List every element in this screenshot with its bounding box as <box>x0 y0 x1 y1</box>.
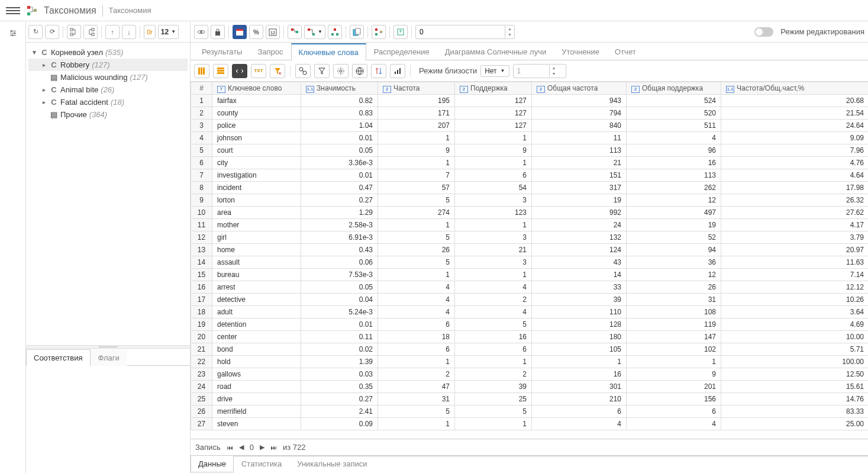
calendar-12-button[interactable]: 12 <box>266 25 280 39</box>
table-row[interactable]: 21bond0.02661051025.71 <box>191 343 869 356</box>
prox-spin-up[interactable]: ▲ <box>550 65 559 71</box>
font-size-select[interactable]: 12▼ <box>158 25 179 39</box>
lock-button[interactable] <box>211 25 225 39</box>
table-row[interactable]: 10area1.2927412399249727.62 <box>191 207 869 219</box>
nav-first-button[interactable]: ⏮ <box>227 444 233 451</box>
proximity-select[interactable]: Нет▼ <box>480 65 509 77</box>
sliders-icon[interactable] <box>6 26 20 40</box>
expand-h-button[interactable] <box>232 64 247 78</box>
table-row[interactable]: 8incident0.47575431726217.98 <box>191 182 869 194</box>
sidebar-bottom-tab[interactable]: Флаги <box>91 349 127 366</box>
chevron-right-icon[interactable]: ▸ <box>40 86 47 93</box>
nav-prev-button[interactable]: ◀ <box>239 443 244 451</box>
copy-button[interactable] <box>350 25 364 39</box>
refresh-button[interactable]: ↻ <box>28 25 43 39</box>
txt-button[interactable]: TXT <box>251 64 266 78</box>
tree-root[interactable]: ▼ C Корневой узел (535) <box>28 46 188 59</box>
calendar-1-button[interactable] <box>233 25 247 39</box>
spin-up[interactable]: ▲ <box>505 26 514 32</box>
number-input[interactable]: ▲▼ <box>415 25 515 39</box>
rows-button[interactable] <box>213 64 228 78</box>
table-row[interactable]: 23gallows0.032216912.50 <box>191 368 869 381</box>
tree-node[interactable]: ▸CFatal accident (18) <box>28 96 188 108</box>
edit-mode-toggle[interactable] <box>754 27 773 37</box>
main-tab[interactable]: Диаграмма Солнечные лучи <box>437 43 554 60</box>
chevron-right-icon[interactable]: ▸ <box>40 99 47 105</box>
column-header[interactable]: 1.1Значимость <box>301 82 378 95</box>
column-header[interactable]: # <box>191 82 212 95</box>
main-tab[interactable]: Отчет <box>607 43 644 60</box>
main-tab[interactable]: Запрос <box>250 43 291 60</box>
main-tab[interactable]: Распределение <box>366 43 437 60</box>
table-row[interactable]: 3police1.0420712784051124.64 <box>191 120 869 132</box>
hierarchy-4-button[interactable] <box>372 25 386 39</box>
table-row[interactable]: 18adult5.24e-3441101083.64 <box>191 306 869 318</box>
tree-expand-button[interactable] <box>67 25 81 39</box>
number-input-field[interactable] <box>416 28 505 36</box>
bottom-tab[interactable]: Данные <box>191 456 234 472</box>
refresh-alt-button[interactable]: ⟳ <box>45 25 59 39</box>
table-row[interactable]: 16arrest0.0544332612.12 <box>191 281 869 294</box>
column-header[interactable]: 1.1Частота/Общ.част,% <box>721 82 869 95</box>
proximity-spinner[interactable]: ▲▼ <box>513 64 566 78</box>
tree-node[interactable]: ▸CAnimal bite (26) <box>28 83 188 96</box>
filter-button[interactable] <box>314 64 330 78</box>
table-row[interactable]: 5court0.0599113967.96 <box>191 144 869 157</box>
percent-button[interactable]: % <box>249 25 263 39</box>
table-row[interactable]: 4johnson0.01111149.09 <box>191 132 869 144</box>
table-row[interactable]: 25drive0.27312521015614.76 <box>191 393 869 406</box>
table-row[interactable]: 17detective0.0442393110.26 <box>191 294 869 306</box>
table-row[interactable]: 9lorton0.2753191226.32 <box>191 194 869 207</box>
columns-button[interactable] <box>194 64 209 78</box>
main-tab[interactable]: Результаты <box>194 43 250 60</box>
table-row[interactable]: 6city3.36e-31121164.76 <box>191 157 869 169</box>
table-row[interactable]: 2county0.8317112779452021.54 <box>191 107 869 120</box>
column-header[interactable]: 2Поддержка <box>455 82 532 95</box>
clear-filter-button[interactable] <box>270 64 285 78</box>
bottom-tab[interactable]: Статистика <box>234 456 289 472</box>
table-row[interactable]: 14assault0.0653433611.63 <box>191 256 869 269</box>
sidebar-bottom-tab[interactable]: Соответствия <box>26 349 91 366</box>
chevron-down-icon[interactable]: ▼ <box>31 49 38 56</box>
prox-spin-down[interactable]: ▼ <box>550 71 559 77</box>
tree-node[interactable]: ▤Malicious wounding (127) <box>28 71 188 83</box>
sort-button[interactable] <box>371 64 386 78</box>
menu-icon[interactable] <box>6 4 20 18</box>
chart-button[interactable] <box>390 64 405 78</box>
hierarchy-1-button[interactable] <box>288 25 302 39</box>
table-row[interactable]: 15bureau7.53e-31114127.14 <box>191 269 869 281</box>
table-row[interactable]: 27steven0.09114425.00 <box>191 418 869 430</box>
main-tab[interactable]: Ключевые слова <box>291 43 366 60</box>
spin-down[interactable]: ▼ <box>505 32 514 38</box>
table-row[interactable]: 12girl6.91e-353132523.79 <box>191 231 869 244</box>
tree-node[interactable]: ▤Прочие (364) <box>28 108 188 121</box>
arrow-up-button[interactable]: ↑ <box>105 25 120 39</box>
arrow-down-button[interactable]: ↓ <box>122 25 136 39</box>
table-row[interactable]: 19detention0.01651281194.69 <box>191 318 869 331</box>
bottom-tab[interactable]: Уникальные записи <box>289 456 375 472</box>
column-header[interactable]: TКлючевое слово <box>212 82 301 95</box>
globe-button[interactable] <box>352 64 367 78</box>
table-row[interactable]: 1fairfax0.8219512794352420.68 <box>191 95 869 107</box>
tree-node[interactable]: ▸CRobbery (127) <box>28 59 188 71</box>
table-row[interactable]: 26merrifield2.41556683.33 <box>191 406 869 418</box>
tree-collapse-button[interactable] <box>83 25 98 39</box>
column-header[interactable]: 2Общая частота <box>532 82 627 95</box>
table-row[interactable]: 7investigation0.01761511134.64 <box>191 169 869 182</box>
nav-last-button[interactable]: ⏭ <box>270 444 277 451</box>
nav-next-button[interactable]: ▶ <box>260 443 264 451</box>
table-row[interactable]: 22hold1.391111100.00 <box>191 356 869 368</box>
find-button[interactable] <box>295 64 311 78</box>
hierarchy-3-button[interactable] <box>328 25 342 39</box>
import-button[interactable] <box>393 25 408 39</box>
keywords-table-wrap[interactable]: #TКлючевое слово1.1Значимость2Частота2По… <box>191 82 868 439</box>
settings-button[interactable] <box>333 64 349 78</box>
hierarchy-2-select[interactable]: ▼ <box>304 25 325 39</box>
table-row[interactable]: 11mother2.58e-31124194.17 <box>191 219 869 231</box>
main-tab[interactable]: Уточнение <box>554 43 607 60</box>
table-row[interactable]: 24road0.35473930120115.61 <box>191 381 869 393</box>
table-row[interactable]: 20center0.11181618014710.00 <box>191 331 869 343</box>
proximity-spinner-field[interactable] <box>514 67 549 75</box>
column-header[interactable]: 2Общая поддержка <box>627 82 721 95</box>
or-button[interactable]: 0r <box>144 25 156 39</box>
